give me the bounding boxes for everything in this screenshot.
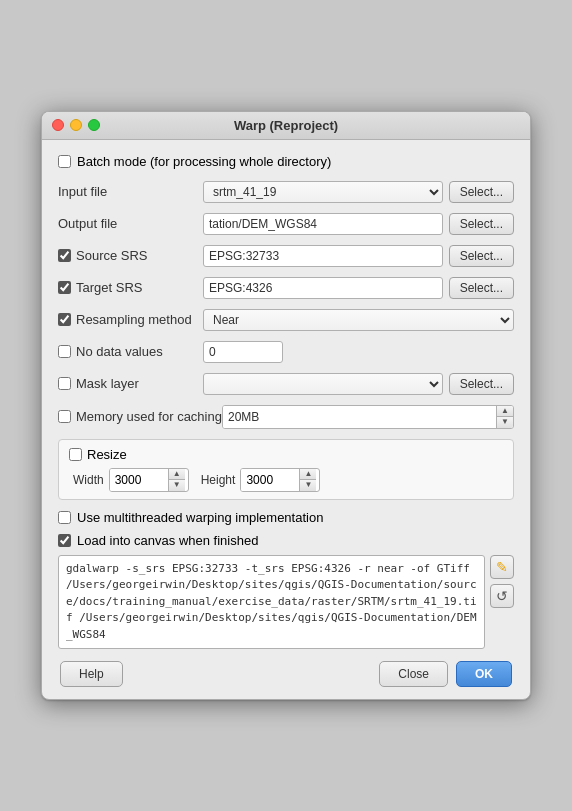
source-srs-checkbox[interactable] xyxy=(58,249,71,262)
multithreaded-label: Use multithreaded warping implementation xyxy=(77,510,323,525)
multithreaded-checkbox[interactable] xyxy=(58,511,71,524)
mask-layer-row: Mask layer Select... xyxy=(58,373,514,395)
mask-layer-checkbox[interactable] xyxy=(58,377,71,390)
height-input[interactable] xyxy=(241,469,299,491)
target-srs-select-btn[interactable]: Select... xyxy=(449,277,514,299)
resize-section: Resize Width ▲ ▼ Height xyxy=(58,439,514,500)
no-data-checkbox[interactable] xyxy=(58,345,71,358)
pencil-icon: ✎ xyxy=(496,559,508,575)
memory-label: Memory used for caching xyxy=(76,409,222,424)
mask-layer-select-btn[interactable]: Select... xyxy=(449,373,514,395)
no-data-input[interactable] xyxy=(203,341,283,363)
memory-controls: ▲ ▼ xyxy=(222,405,514,429)
mask-layer-label-wrap: Mask layer xyxy=(58,376,203,391)
load-canvas-row: Load into canvas when finished xyxy=(58,533,514,548)
bottom-buttons: Help Close OK xyxy=(58,661,514,687)
input-file-select-btn[interactable]: Select... xyxy=(449,181,514,203)
traffic-lights xyxy=(52,119,100,131)
width-input-wrap: ▲ ▼ xyxy=(109,468,189,492)
output-file-input[interactable] xyxy=(203,213,443,235)
mask-layer-label: Mask layer xyxy=(76,376,139,391)
window-title: Warp (Reproject) xyxy=(234,118,338,133)
batch-label: Batch mode (for processing whole directo… xyxy=(77,154,331,169)
output-file-label: Output file xyxy=(58,216,203,231)
no-data-label-wrap: No data values xyxy=(58,344,203,359)
mask-layer-dropdown[interactable] xyxy=(203,373,443,395)
minimize-traffic-light[interactable] xyxy=(70,119,82,131)
no-data-row: No data values xyxy=(58,341,514,363)
cmd-icons: ✎ ↺ xyxy=(490,555,514,608)
target-srs-label-wrap: Target SRS xyxy=(58,280,203,295)
source-srs-label-wrap: Source SRS xyxy=(58,248,203,263)
resampling-controls: Near Bilinear Cubic CubicSpline Lanczos xyxy=(203,309,514,331)
edit-command-btn[interactable]: ✎ xyxy=(490,555,514,579)
memory-row: Memory used for caching ▲ ▼ xyxy=(58,405,514,429)
height-spinner-up[interactable]: ▲ xyxy=(300,469,316,480)
resize-checkbox[interactable] xyxy=(69,448,82,461)
load-canvas-checkbox[interactable] xyxy=(58,534,71,547)
titlebar: Warp (Reproject) xyxy=(42,112,530,140)
batch-checkbox[interactable] xyxy=(58,155,71,168)
memory-label-wrap: Memory used for caching xyxy=(58,409,222,424)
resize-header: Resize xyxy=(69,447,503,462)
height-spinner: ▲ ▼ xyxy=(299,469,316,491)
width-input[interactable] xyxy=(110,469,168,491)
no-data-label: No data values xyxy=(76,344,163,359)
help-button[interactable]: Help xyxy=(60,661,123,687)
target-srs-input[interactable] xyxy=(203,277,443,299)
command-area: gdalwarp -s_srs EPSG:32733 -t_srs EPSG:4… xyxy=(58,555,514,650)
multithreaded-row: Use multithreaded warping implementation xyxy=(58,510,514,525)
output-file-controls: Select... xyxy=(203,213,514,235)
width-spinner-up[interactable]: ▲ xyxy=(169,469,185,480)
target-srs-checkbox[interactable] xyxy=(58,281,71,294)
source-srs-select-btn[interactable]: Select... xyxy=(449,245,514,267)
height-spinner-down[interactable]: ▼ xyxy=(300,480,316,491)
resize-label: Resize xyxy=(87,447,127,462)
source-srs-controls: Select... xyxy=(203,245,514,267)
refresh-icon: ↺ xyxy=(496,588,508,604)
resampling-row: Resampling method Near Bilinear Cubic Cu… xyxy=(58,309,514,331)
close-button[interactable]: Close xyxy=(379,661,448,687)
close-traffic-light[interactable] xyxy=(52,119,64,131)
resampling-dropdown[interactable]: Near Bilinear Cubic CubicSpline Lanczos xyxy=(203,309,514,331)
maximize-traffic-light[interactable] xyxy=(88,119,100,131)
dialog-content: Batch mode (for processing whole directo… xyxy=(42,140,530,700)
no-data-controls xyxy=(203,341,514,363)
memory-input[interactable] xyxy=(223,406,496,428)
warp-dialog: Warp (Reproject) Batch mode (for process… xyxy=(41,111,531,701)
width-group: Width ▲ ▼ xyxy=(73,468,189,492)
input-file-row: Input file srtm_41_19 Select... xyxy=(58,181,514,203)
refresh-command-btn[interactable]: ↺ xyxy=(490,584,514,608)
resize-fields: Width ▲ ▼ Height ▲ xyxy=(69,468,503,492)
memory-checkbox[interactable] xyxy=(58,410,71,423)
source-srs-label: Source SRS xyxy=(76,248,148,263)
target-srs-row: Target SRS Select... xyxy=(58,277,514,299)
width-spinner-down[interactable]: ▼ xyxy=(169,480,185,491)
height-label: Height xyxy=(201,473,236,487)
input-file-controls: srtm_41_19 Select... xyxy=(203,181,514,203)
resampling-checkbox[interactable] xyxy=(58,313,71,326)
target-srs-controls: Select... xyxy=(203,277,514,299)
memory-spinner-group: ▲ ▼ xyxy=(222,405,514,429)
width-label: Width xyxy=(73,473,104,487)
batch-row: Batch mode (for processing whole directo… xyxy=(58,154,514,169)
target-srs-label: Target SRS xyxy=(76,280,142,295)
width-spinner: ▲ ▼ xyxy=(168,469,185,491)
action-buttons: Close OK xyxy=(379,661,512,687)
command-box: gdalwarp -s_srs EPSG:32733 -t_srs EPSG:4… xyxy=(58,555,485,650)
memory-spinner-down[interactable]: ▼ xyxy=(497,417,513,428)
memory-spinner: ▲ ▼ xyxy=(496,406,513,428)
source-srs-row: Source SRS Select... xyxy=(58,245,514,267)
load-canvas-label: Load into canvas when finished xyxy=(77,533,258,548)
input-file-label: Input file xyxy=(58,184,203,199)
ok-button[interactable]: OK xyxy=(456,661,512,687)
resampling-label-wrap: Resampling method xyxy=(58,312,203,327)
resampling-label: Resampling method xyxy=(76,312,192,327)
memory-spinner-up[interactable]: ▲ xyxy=(497,406,513,417)
output-file-select-btn[interactable]: Select... xyxy=(449,213,514,235)
output-file-row: Output file Select... xyxy=(58,213,514,235)
input-file-dropdown[interactable]: srtm_41_19 xyxy=(203,181,443,203)
mask-layer-controls: Select... xyxy=(203,373,514,395)
height-group: Height ▲ ▼ xyxy=(201,468,321,492)
source-srs-input[interactable] xyxy=(203,245,443,267)
